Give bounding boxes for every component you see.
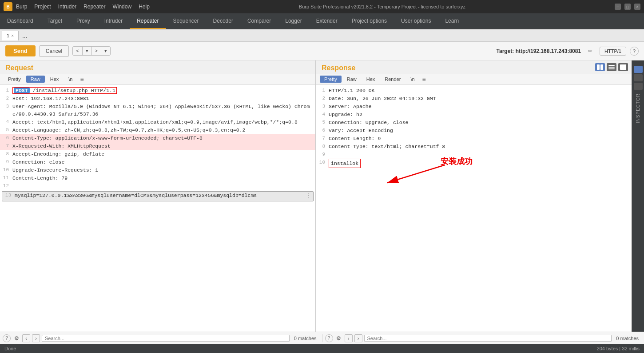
response-tab-menu[interactable]: ≡ <box>420 75 428 84</box>
response-line-3: 3 Server: Apache <box>316 103 632 111</box>
view-split-icon[interactable] <box>595 63 605 71</box>
help-button[interactable]: ? <box>630 47 639 56</box>
nav-prev-button[interactable]: < <box>73 47 82 55</box>
response-tab-newline[interactable]: \n <box>406 76 419 83</box>
request-line-3: 3 User-Agent: Mozilla/5.0 (Windows NT 6.… <box>0 103 315 118</box>
nav-tab-target[interactable]: Target <box>40 13 69 29</box>
menu-project[interactable]: Project <box>34 4 51 10</box>
svg-rect-3 <box>608 67 615 68</box>
maximize-button[interactable]: □ <box>624 4 631 10</box>
nav-arrows: < ▾ > ▾ <box>72 46 111 56</box>
request-tab-pretty[interactable]: Pretty <box>4 76 25 83</box>
menu-window[interactable]: Window <box>112 4 131 10</box>
nav-tab-decoder[interactable]: Decoder <box>206 13 240 29</box>
nav-tab-repeater[interactable]: Repeater <box>130 13 166 29</box>
menu-intruder[interactable]: Intruder <box>58 4 76 10</box>
response-tab-pretty[interactable]: Pretty <box>320 76 342 83</box>
statusbar: Done 204 bytes | 32 millis <box>0 344 644 353</box>
nav-tab-proxy[interactable]: Proxy <box>69 13 97 29</box>
response-search-prev[interactable]: ‹ <box>345 334 353 342</box>
svg-rect-4 <box>608 68 615 69</box>
nav-tab-learn[interactable]: Learn <box>438 13 466 29</box>
inspector-split-view[interactable] <box>634 66 643 73</box>
request-tab-close[interactable]: × <box>11 33 14 38</box>
response-line-1: 1 HTTP/1.1 200 OK <box>316 87 632 95</box>
request-line-7: 7 X-Requested-With: XMLHttpRequest <box>0 142 315 150</box>
response-search-next[interactable]: › <box>354 334 362 342</box>
request-line-2: 2 Host: 192.168.17.243:8081 <box>0 95 315 103</box>
inspector-list-view[interactable] <box>634 74 643 81</box>
request-match-count: 0 matches <box>291 336 319 341</box>
request-tabbar: 1 × ... <box>0 29 644 42</box>
nav-tab-intruder[interactable]: Intruder <box>97 13 130 29</box>
drag-handle: ⋮ <box>305 192 313 201</box>
request-search-input[interactable] <box>42 335 290 342</box>
inspector-label: INSPECTOR <box>636 93 640 123</box>
response-search-section: ? ⚙ ‹ › 0 matches <box>322 334 644 342</box>
menu-help[interactable]: Help <box>139 4 150 10</box>
svg-rect-2 <box>608 65 615 66</box>
request-tab-1[interactable]: 1 × <box>2 31 19 40</box>
response-tab-render[interactable]: Render <box>380 76 405 83</box>
response-search-settings[interactable]: ⚙ <box>335 334 343 342</box>
menu-burp[interactable]: Burp <box>16 4 27 10</box>
send-button[interactable]: Send <box>5 45 36 56</box>
app-icon: B <box>4 2 12 11</box>
request-search-next[interactable]: › <box>32 334 40 342</box>
request-search-settings[interactable]: ⚙ <box>12 334 20 342</box>
nav-tab-sequencer[interactable]: Sequencer <box>166 13 206 29</box>
request-panel-title: Request <box>0 60 315 74</box>
inspector-single-view[interactable] <box>634 83 643 90</box>
nav-next-dropdown[interactable]: ▾ <box>101 47 110 55</box>
response-line-8: 8 Content-Type: text/html; charset=utf-8 <box>316 143 632 151</box>
request-tab-raw[interactable]: Raw <box>26 76 45 83</box>
nav-prev-dropdown[interactable]: ▾ <box>83 47 92 55</box>
menu-repeater[interactable]: Repeater <box>83 4 105 10</box>
nav-next-button[interactable]: > <box>92 47 101 55</box>
cancel-button[interactable]: Cancel <box>39 45 69 57</box>
response-match-count: 0 matches <box>613 336 641 341</box>
request-tab-hex[interactable]: Hex <box>46 76 64 83</box>
nav-tab-project-options[interactable]: Project options <box>345 13 394 29</box>
response-search-help[interactable]: ? <box>325 334 333 342</box>
request-view-tabs: Pretty Raw Hex \n ≡ <box>0 74 315 85</box>
request-search-prev[interactable]: ‹ <box>22 334 30 342</box>
view-single-icon[interactable] <box>618 63 628 71</box>
minimize-button[interactable]: − <box>615 4 621 10</box>
request-line-8: 8 Accept-Encoding: gzip, deflate <box>0 150 315 158</box>
navbar: Dashboard Target Proxy Intruder Repeater… <box>0 13 644 29</box>
request-tab-label: 1 <box>7 33 9 38</box>
response-tab-raw[interactable]: Raw <box>342 76 361 83</box>
response-panel-title: Response <box>316 60 361 74</box>
request-search-help[interactable]: ? <box>3 334 11 342</box>
edit-target-icon[interactable]: ✏ <box>588 48 592 54</box>
response-view-tabs: Pretty Raw Hex Render \n ≡ <box>316 74 632 85</box>
nav-tab-logger[interactable]: Logger <box>278 13 309 29</box>
response-line-2: 2 Date: Sun, 26 Jun 2022 04:19:32 GMT <box>316 95 632 103</box>
close-button[interactable]: × <box>634 4 640 10</box>
request-tab-more[interactable]: ... <box>19 31 31 40</box>
nav-tab-comparer[interactable]: Comparer <box>240 13 278 29</box>
window-controls: − □ × <box>615 4 640 10</box>
request-tab-menu[interactable]: ≡ <box>78 75 86 84</box>
request-panel: Request Pretty Raw Hex \n ≡ 1 POST /inst… <box>0 60 316 332</box>
response-search-input[interactable] <box>364 335 612 342</box>
request-line-13: 13 mysqlip=127.0.0.1%3A3306&mysqlusernam… <box>2 191 314 201</box>
view-list-icon[interactable] <box>607 63 616 71</box>
request-line-9: 9 Connection: close <box>0 158 315 166</box>
toolbar: Send Cancel < ▾ > ▾ Target: http://192.1… <box>0 42 644 60</box>
nav-tab-user-options[interactable]: User options <box>394 13 438 29</box>
status-right: 204 bytes | 32 millis <box>597 346 640 351</box>
installok-value: installok <box>329 159 361 168</box>
response-tab-hex[interactable]: Hex <box>362 76 380 83</box>
nav-tab-extender[interactable]: Extender <box>309 13 345 29</box>
http-version-button[interactable]: HTTP/1 <box>600 47 626 56</box>
svg-rect-1 <box>600 64 603 70</box>
request-line-4: 4 Accept: text/html,application/xhtml+xm… <box>0 118 315 126</box>
request-line-10: 10 Upgrade-Insecure-Requests: 1 <box>0 166 315 174</box>
request-line-1: 1 POST /install/setup.php HTTP/1.1 <box>0 87 315 95</box>
request-code-area: 1 POST /install/setup.php HTTP/1.1 2 Hos… <box>0 85 315 332</box>
request-tab-newline[interactable]: \n <box>64 76 77 83</box>
nav-tab-dashboard[interactable]: Dashboard <box>0 13 40 29</box>
response-line-10: 10 installok <box>316 159 632 168</box>
